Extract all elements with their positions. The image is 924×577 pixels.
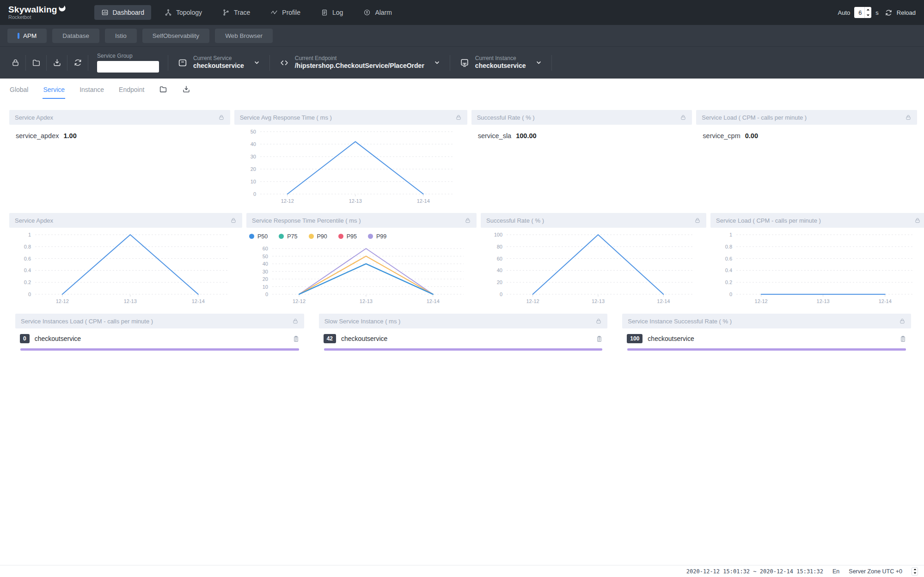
instance-row[interactable]: 0 checkoutservice [20,334,300,343]
topology-icon [165,9,172,16]
stepper-down-icon[interactable] [865,12,871,18]
code-icon [279,58,289,68]
legend-label: P75 [287,233,297,240]
instance-row[interactable]: 42 checkoutservice [324,334,603,343]
selector-current-endpoint[interactable]: Current Endpoint /hipstershop.CheckoutSe… [271,55,448,70]
cards-row-2: Service Apdex 00.20.40.60.8112-1212-1312… [9,213,917,309]
download-icon[interactable] [182,85,191,94]
svg-text:50: 50 [263,254,268,259]
dashboard-group-tabs: APM Database Istio SelfObservability Web… [0,25,924,46]
lock-icon[interactable] [218,114,225,121]
divider [67,55,67,71]
svg-text:1: 1 [729,232,732,237]
lock-icon[interactable] [230,217,237,224]
time-range-picker[interactable]: 2020-12-12 15:01:32 ~ 2020-12-14 15:31:3… [686,568,823,575]
top-navigation: Skywalking Rocketbot Dashboard Topology … [0,0,924,25]
service-group-block: Service Group [97,53,159,73]
clipboard-icon[interactable] [900,335,906,342]
card-header: Service Load ( CPM - calls per minute ) [710,213,924,228]
trace-icon [222,9,230,16]
selector-current-service[interactable]: Current Service checkoutservice [170,55,268,70]
lock-icon[interactable] [595,318,602,324]
download-icon[interactable] [48,54,66,72]
card-title: Slow Service Instance ( ms ) [324,318,401,325]
stepper-up-icon[interactable] [865,7,871,12]
nav-item-log[interactable]: Log [314,5,350,20]
svg-text:0: 0 [729,292,732,297]
legend-item-p95[interactable]: P95 [338,233,357,240]
refresh-icon[interactable] [69,54,86,72]
lock-icon[interactable] [694,217,701,224]
group-tab-label: Istio [115,32,127,39]
skywalking-dashboard: Skywalking Rocketbot Dashboard Topology … [0,0,924,577]
svg-text:40: 40 [497,267,502,273]
auto-interval-input[interactable]: 6 [854,7,871,18]
server-zone-label: Server Zone UTC +0 [849,568,902,575]
nav-item-trace[interactable]: Trace [215,5,257,20]
lock-icon[interactable] [680,114,686,121]
legend-item-p50[interactable]: P50 [249,233,268,240]
card-title: Service Load ( CPM - calls per minute ) [702,114,807,121]
card-header: Successful Rate ( % ) [471,110,692,125]
card-service-apdex: Service Apdex 00.20.40.60.8112-1212-1312… [9,213,242,309]
nav-item-label: Profile [282,9,300,16]
nav-item-dashboard[interactable]: Dashboard [94,5,152,20]
clipboard-icon[interactable] [596,335,603,342]
svg-text:0.6: 0.6 [725,256,732,261]
folder-icon[interactable] [159,85,168,94]
group-tab-selfobservability[interactable]: SelfObservability [142,29,209,43]
lock-icon[interactable] [914,217,921,224]
svg-text:12-13: 12-13 [817,298,830,304]
legend-item-p99[interactable]: P99 [368,233,386,240]
group-tab-database[interactable]: Database [52,29,99,43]
card-successful-rate: Successful Rate ( % ) 02040608010012-121… [481,213,706,309]
chevron-down-icon [434,59,441,66]
group-tab-istio[interactable]: Istio [105,29,137,43]
lock-icon[interactable] [455,114,462,121]
reload-icon[interactable] [885,9,893,17]
lock-icon[interactable] [6,54,24,72]
instance-list: 0 checkoutservice [15,328,304,351]
metric-name: service_cpm [703,132,740,140]
lock-icon[interactable] [899,318,906,324]
card-service-instance-successful-rate: Service Instance Successful Rate ( % ) 1… [622,314,911,351]
app-logo[interactable]: Skywalking Rocketbot [8,5,67,20]
server-zone-stepper[interactable] [912,567,918,576]
auto-interval-stepper[interactable] [864,7,871,18]
reload-label[interactable]: Reload [897,9,916,16]
group-tab-web-browser[interactable]: Web Browser [215,29,273,43]
nav-item-label: Alarm [375,9,392,16]
instance-list: 100 checkoutservice [622,328,911,351]
main-nav: Dashboard Topology Trace Profile Log Ala… [94,5,399,20]
divider [450,55,450,71]
card-slow-service-instance-ms: Slow Service Instance ( ms ) 42 checkout… [319,314,608,351]
log-icon [321,9,328,16]
card-title: Service Apdex [15,114,53,121]
lock-icon[interactable] [905,114,912,121]
svg-text:0: 0 [265,292,268,297]
tab-global[interactable]: Global [9,81,29,99]
legend-item-p75[interactable]: P75 [279,233,297,240]
nav-item-topology[interactable]: Topology [158,5,209,20]
nav-item-alarm[interactable]: Alarm [356,5,399,20]
service-group-input[interactable] [97,61,159,73]
tab-service[interactable]: Service [43,81,65,99]
legend-item-p90[interactable]: P90 [309,233,327,240]
tab-endpoint[interactable]: Endpoint [118,81,145,99]
zone-stepper-down-icon[interactable] [912,571,918,575]
group-tab-apm[interactable]: APM [7,29,47,43]
logo-subtitle: Rocketbot [8,15,57,20]
instance-row[interactable]: 100 checkoutservice [627,334,906,343]
svg-text:12-14: 12-14 [416,198,429,204]
metric-readout: service_sla 100.00 [471,125,692,147]
lock-icon[interactable] [292,318,299,324]
tab-instance[interactable]: Instance [79,81,104,99]
lock-icon[interactable] [465,217,471,224]
language-toggle[interactable]: En [832,568,839,575]
zone-stepper-up-icon[interactable] [912,568,918,571]
clipboard-icon[interactable] [293,335,300,342]
line-chart: 0102030405012-1212-1312-14 [234,125,467,209]
folder-icon[interactable] [27,54,45,72]
selector-current-instance[interactable]: Current Instance checkoutservice [452,55,550,70]
nav-item-profile[interactable]: Profile [263,5,307,20]
